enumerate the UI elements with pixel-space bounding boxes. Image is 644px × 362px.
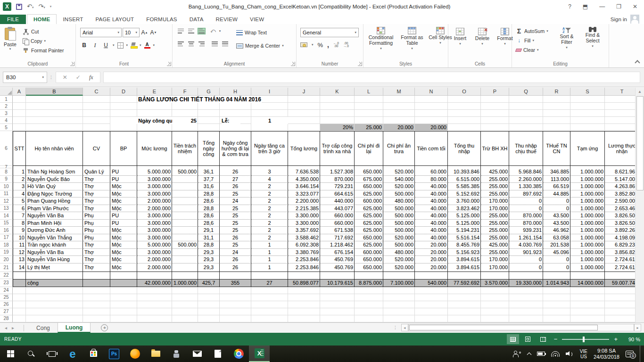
cell[interactable]: 3.760.000 xyxy=(448,197,481,205)
cancel-entry-icon[interactable]: ✕ xyxy=(63,74,67,81)
emulator-button[interactable] xyxy=(166,346,187,362)
cell[interactable]: 650.000 xyxy=(355,263,383,272)
fill-button[interactable]: ↓Fill▾ xyxy=(516,36,548,45)
cell[interactable]: 1.000.000 xyxy=(570,190,605,198)
total-cell[interactable]: 1.000.000 xyxy=(172,279,198,287)
store-button[interactable] xyxy=(83,346,104,362)
cell[interactable]: 255.000 xyxy=(481,227,509,234)
cell[interactable] xyxy=(288,315,320,322)
cell[interactable] xyxy=(137,287,172,294)
cell[interactable] xyxy=(172,315,198,322)
fill-color-icon[interactable] xyxy=(131,42,137,49)
cell[interactable]: 1.218.462 xyxy=(320,241,355,249)
cell[interactable]: 3.323.077 xyxy=(288,190,320,198)
total-cell[interactable]: 42.000.000 xyxy=(137,279,172,287)
cell[interactable] xyxy=(509,124,543,131)
zoom-in-icon[interactable]: + xyxy=(612,336,619,343)
cell[interactable]: 2 xyxy=(251,234,288,242)
cell[interactable]: 255.000 xyxy=(481,183,509,190)
total-cell[interactable]: cộng xyxy=(26,279,83,287)
cell[interactable]: 1.000.000 xyxy=(570,256,605,263)
row-header-13[interactable]: 13 xyxy=(0,205,13,213)
cell[interactable]: PU xyxy=(110,212,137,220)
cell[interactable]: 2 xyxy=(251,205,288,213)
cell[interactable] xyxy=(605,117,635,124)
namebox-splitter[interactable]: ⁞ xyxy=(50,75,52,80)
cell[interactable]: 480.000 xyxy=(383,197,415,205)
cell[interactable]: 2.260.000 xyxy=(509,176,543,183)
cell[interactable] xyxy=(172,234,198,242)
firefox-button[interactable] xyxy=(124,346,145,362)
cell[interactable] xyxy=(198,272,220,279)
cell[interactable]: 1.000.000 xyxy=(570,212,605,220)
cell[interactable]: 660.000 xyxy=(320,212,355,220)
cell[interactable]: 4.030.769 xyxy=(509,241,543,249)
cell[interactable]: 5.000.000 xyxy=(137,241,172,249)
cell[interactable] xyxy=(320,117,355,124)
cell[interactable]: 3.357.692 xyxy=(288,227,320,234)
cell[interactable] xyxy=(320,308,355,315)
cell[interactable]: 26 xyxy=(220,263,251,272)
cell[interactable]: 3.000.000 xyxy=(137,234,172,242)
minimize-icon[interactable]: — xyxy=(599,3,605,10)
cell[interactable]: 0 xyxy=(543,263,570,272)
decrease-decimal-icon[interactable]: .00→.0 xyxy=(343,42,349,48)
find-select-button[interactable]: Find & Select▾ xyxy=(581,27,604,50)
cell[interactable]: 500.000 xyxy=(383,190,415,198)
header-cell[interactable]: Tiền trách nhiệm xyxy=(172,131,198,166)
cell[interactable]: 44.885 xyxy=(543,190,570,198)
cell[interactable]: 650.000 xyxy=(355,168,383,176)
search-button[interactable] xyxy=(21,346,41,362)
cell[interactable]: 37,7 xyxy=(198,176,220,183)
grow-font-button[interactable]: A▲ xyxy=(140,28,149,37)
cell[interactable]: 4.198.096 xyxy=(605,234,635,242)
cell[interactable]: 28,8 xyxy=(198,190,220,198)
cell[interactable] xyxy=(570,287,605,294)
cell[interactable] xyxy=(13,315,26,322)
cell[interactable]: Thợ xyxy=(83,249,110,256)
cell[interactable] xyxy=(415,315,448,322)
cell[interactable] xyxy=(605,315,635,322)
row-header-4[interactable]: 4 xyxy=(0,117,13,124)
cell[interactable]: 3.826.500 xyxy=(605,212,635,220)
cell[interactable] xyxy=(172,183,198,190)
cell[interactable] xyxy=(137,124,172,131)
row-header-6[interactable]: 6 xyxy=(0,131,13,166)
cell[interactable] xyxy=(355,103,383,110)
sheet-tab-luong[interactable]: Luong xyxy=(58,323,91,333)
header-cell[interactable]: Lương thực nhận xyxy=(605,131,635,166)
qat-customize-icon[interactable]: ▾ xyxy=(50,5,52,8)
sheet-nav-left-icon[interactable]: ◂ xyxy=(0,325,12,330)
cell[interactable]: 2.215.385 xyxy=(288,205,320,213)
column-header-C[interactable]: C xyxy=(83,88,110,96)
cell[interactable] xyxy=(543,287,570,294)
row-header-18[interactable]: 18 xyxy=(0,241,13,249)
cell[interactable]: 3.380.769 xyxy=(288,249,320,256)
header-cell[interactable]: Trừ BH XH xyxy=(481,131,509,166)
excel-taskbar-button[interactable]: X xyxy=(249,346,270,362)
cell[interactable] xyxy=(481,308,509,315)
undo-icon[interactable]: ↶▾ xyxy=(27,3,33,10)
cell[interactable]: 901.923 xyxy=(509,249,543,256)
cell[interactable]: 897.692 xyxy=(509,190,543,198)
cell[interactable] xyxy=(383,96,415,103)
cell[interactable] xyxy=(288,124,320,131)
cell[interactable]: 46.962 xyxy=(543,227,570,234)
cell[interactable] xyxy=(220,287,251,294)
row-header-2[interactable]: 2 xyxy=(0,103,13,110)
cell[interactable]: Mộc xyxy=(110,205,137,213)
language-indicator[interactable]: VIEUS xyxy=(580,349,587,359)
total-cell[interactable]: 19.330.000 xyxy=(509,279,543,287)
cell[interactable]: 3.000.000 xyxy=(137,190,172,198)
cell[interactable]: 8.621.961 xyxy=(605,168,635,176)
cell[interactable]: 26 xyxy=(220,256,251,263)
cell[interactable]: 2 xyxy=(251,227,288,234)
column-header-G[interactable]: G xyxy=(198,88,220,96)
cell[interactable]: 600.000 xyxy=(355,249,383,256)
cell[interactable] xyxy=(83,294,110,301)
cell[interactable]: 31,1 xyxy=(198,234,220,242)
cell[interactable] xyxy=(355,272,383,279)
cell[interactable] xyxy=(605,287,635,294)
cell[interactable] xyxy=(172,256,198,263)
cell[interactable] xyxy=(83,287,110,294)
